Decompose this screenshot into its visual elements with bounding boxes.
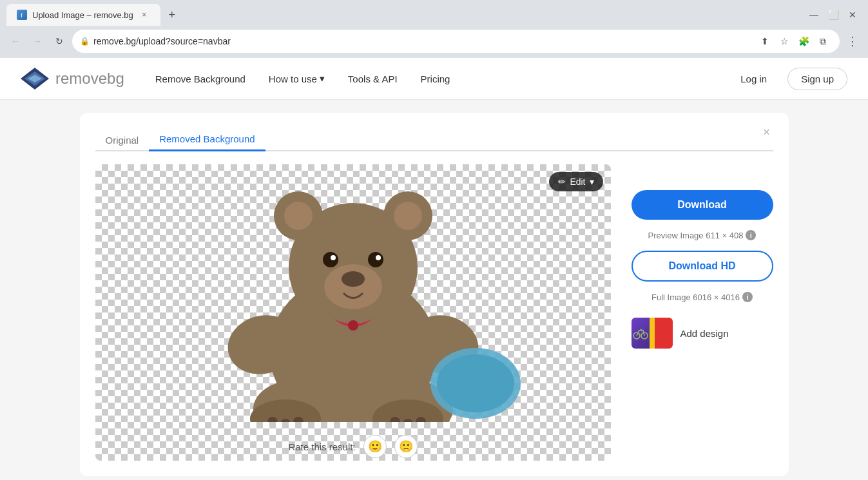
forward-button[interactable]: →	[28, 32, 46, 50]
svg-point-23	[323, 252, 338, 267]
new-tab-button[interactable]: +	[163, 6, 181, 24]
tab-favicon: r	[17, 10, 27, 20]
edit-button[interactable]: ✏ Edit ▾	[549, 172, 603, 191]
tabs: Original Removed Background	[95, 128, 773, 151]
tab-close-button[interactable]: ×	[139, 9, 150, 21]
rating-section: Rate this result: 🙂 🙁	[95, 425, 611, 461]
login-button[interactable]: Log in	[728, 68, 780, 90]
tab-removed-background[interactable]: Removed Background	[149, 128, 265, 151]
minimize-button[interactable]: —	[805, 6, 823, 24]
edit-chevron-icon: ▾	[590, 177, 594, 187]
sad-face-icon: 🙁	[399, 439, 413, 454]
back-button[interactable]: ←	[6, 32, 24, 50]
maximize-button[interactable]: ⬜	[824, 6, 842, 24]
svg-point-27	[348, 320, 358, 331]
nav-remove-background[interactable]: Remove Background	[145, 68, 256, 90]
result-card: × Original Removed Background ✏ Edit ▾	[80, 113, 789, 476]
design-thumb-mid	[650, 318, 655, 349]
tab-original[interactable]: Original	[95, 128, 149, 151]
happy-rating-button[interactable]: 🙂	[363, 435, 387, 458]
extensions-button[interactable]: 🧩	[795, 32, 813, 50]
close-window-button[interactable]: ✕	[844, 6, 862, 24]
bookmark-button[interactable]: ☆	[775, 32, 793, 50]
preview-text: Preview Image 611 × 408 i	[632, 230, 773, 240]
address-actions: ⬆ ☆ 🧩 ⧉	[756, 32, 832, 50]
browser-titlebar: r Upload Image – remove.bg × + — ⬜ ✕	[0, 0, 868, 26]
address-bar: ← → ↻ 🔒 remove.bg/upload?source=navbar ⬆…	[0, 26, 868, 58]
design-thumb-left	[632, 318, 650, 349]
browser-tab-active[interactable]: r Upload Image – remove.bg ×	[6, 4, 160, 26]
sidebar: Download Preview Image 611 × 408 i Downl…	[632, 164, 773, 354]
signup-button[interactable]: Sign up	[787, 68, 847, 90]
add-design-button[interactable]: Add design	[632, 312, 773, 354]
browser-menu-button[interactable]: ⋮	[844, 32, 862, 50]
design-thumbnail-icon	[633, 327, 648, 340]
chevron-down-icon: ▾	[320, 73, 325, 84]
url-display: remove.bg/upload?source=navbar	[93, 36, 752, 46]
logo-icon	[21, 68, 49, 90]
nav-how-to-use[interactable]: How to use ▾	[258, 68, 335, 90]
image-section: ✏ Edit ▾	[95, 164, 773, 461]
nav-how-to-use-label: How to use	[269, 73, 317, 84]
secure-icon: 🔒	[80, 37, 90, 46]
teddy-bear-image	[95, 164, 611, 422]
browser-chrome: r Upload Image – remove.bg × + — ⬜ ✕ ← →…	[0, 0, 868, 58]
svg-point-29	[437, 354, 514, 412]
svg-point-18	[284, 202, 313, 230]
svg-point-25	[331, 255, 336, 260]
svg-point-24	[368, 252, 383, 267]
nav-links: Remove Background How to use ▾ Tools & A…	[145, 68, 728, 90]
download-button[interactable]: Download	[632, 190, 773, 220]
preview-info-icon[interactable]: i	[746, 230, 756, 240]
pencil-icon: ✏	[558, 177, 566, 187]
happy-face-icon: 🙂	[368, 439, 382, 454]
svg-point-26	[376, 255, 381, 260]
address-bar-input-wrap[interactable]: 🔒 remove.bg/upload?source=navbar ⬆ ☆ 🧩 ⧉	[72, 30, 840, 53]
card-close-button[interactable]: ×	[758, 123, 776, 141]
refresh-button[interactable]: ↻	[50, 32, 68, 50]
logo-bg: bg	[107, 70, 124, 87]
sad-rating-button[interactable]: 🙁	[394, 435, 418, 458]
download-hd-button[interactable]: Download HD	[632, 251, 773, 282]
nav-pricing[interactable]: Pricing	[410, 68, 461, 90]
full-image-dimensions: Full Image 6016 × 4016	[651, 293, 740, 302]
nav-actions: Log in Sign up	[728, 68, 847, 90]
svg-point-20	[394, 202, 422, 230]
navbar: removebg Remove Background How to use ▾ …	[0, 58, 868, 100]
split-view-button[interactable]: ⧉	[814, 32, 832, 50]
rating-label: Rate this result:	[288, 441, 355, 452]
add-design-label: Add design	[680, 328, 729, 339]
logo-text: removebg	[55, 70, 124, 88]
tab-title: Upload Image – remove.bg	[32, 10, 133, 20]
main-content: × Original Removed Background ✏ Edit ▾	[0, 100, 868, 480]
svg-point-22	[342, 271, 365, 287]
design-thumbnail	[632, 318, 673, 349]
preview-image-dimensions: Preview Image 611 × 408	[648, 231, 744, 240]
full-image-text: Full Image 6016 × 4016 i	[632, 292, 773, 302]
logo-remove: remove	[55, 70, 107, 87]
full-info-icon[interactable]: i	[742, 292, 753, 302]
nav-tools-api[interactable]: Tools & API	[338, 68, 408, 90]
design-thumb-right	[655, 318, 673, 349]
edit-label: Edit	[570, 177, 585, 187]
page-body: removebg Remove Background How to use ▾ …	[0, 58, 868, 480]
logo[interactable]: removebg	[21, 68, 124, 90]
image-container: ✏ Edit ▾	[95, 164, 611, 461]
share-button[interactable]: ⬆	[756, 32, 774, 50]
